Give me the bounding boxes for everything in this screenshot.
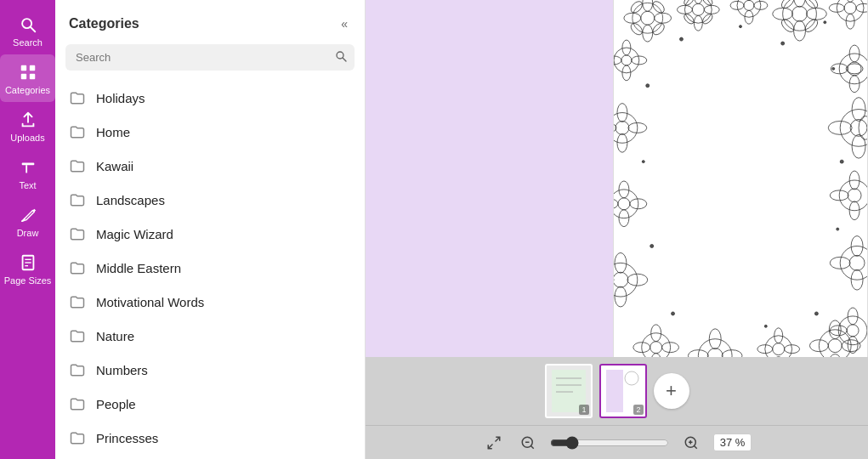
- svg-rect-3: [29, 65, 34, 71]
- svg-point-33: [683, 13, 695, 26]
- main-area: 1 2 +: [366, 0, 868, 459]
- draw-icon: [19, 206, 37, 224]
- left-sidebar: Search Categories Uploads Text Draw: [0, 0, 55, 459]
- category-label: Kawaii: [96, 159, 133, 173]
- folder-icon: [69, 89, 86, 106]
- category-item-landscapes[interactable]: Landscapes: [55, 183, 365, 217]
- category-item-kawaii[interactable]: Kawaii: [55, 149, 365, 183]
- svg-point-120: [618, 198, 630, 210]
- svg-rect-148: [606, 370, 623, 412]
- svg-point-108: [621, 55, 632, 65]
- svg-point-136: [764, 325, 767, 327]
- folder-icon: [69, 293, 86, 310]
- svg-point-14: [633, 3, 663, 33]
- thumbnail-page2-num: 2: [633, 405, 643, 415]
- page-icon: [19, 253, 37, 272]
- svg-line-151: [496, 437, 500, 441]
- sidebar-item-label: Categories: [5, 85, 50, 95]
- category-item-princesses[interactable]: Princesses: [55, 421, 365, 455]
- add-page-button[interactable]: +: [654, 373, 689, 409]
- category-item-home[interactable]: Home: [55, 115, 365, 149]
- svg-point-68: [839, 180, 867, 211]
- svg-point-137: [814, 312, 818, 315]
- sidebar-item-uploads[interactable]: Uploads: [0, 102, 55, 150]
- svg-point-138: [832, 67, 835, 70]
- folder-icon: [69, 225, 86, 242]
- zoom-out-button[interactable]: [516, 431, 540, 455]
- svg-point-35: [744, 0, 754, 10]
- sidebar-item-label: Page Sizes: [4, 275, 52, 286]
- svg-point-16: [643, 0, 653, 11]
- thumbnail-page1[interactable]: 1: [545, 364, 593, 418]
- svg-rect-6: [21, 163, 34, 166]
- svg-point-114: [616, 121, 629, 134]
- categories-panel: Categories « Holidays Home: [55, 0, 366, 459]
- fit-screen-button[interactable]: [482, 431, 506, 455]
- categories-list: Holidays Home Kawaii Landscapes Magic Wi: [55, 81, 365, 459]
- category-item-holidays[interactable]: Holidays: [55, 81, 365, 115]
- category-label: Nature: [96, 329, 134, 343]
- svg-point-79: [847, 325, 859, 337]
- svg-point-135: [672, 312, 675, 315]
- sidebar-item-text[interactable]: Text: [0, 150, 55, 197]
- sidebar-item-draw[interactable]: Draw: [0, 197, 55, 245]
- zoom-bar: 37 %: [366, 425, 868, 459]
- folder-icon: [69, 361, 86, 378]
- svg-point-50: [837, 0, 864, 21]
- svg-point-111: [614, 56, 621, 65]
- canvas-page: [366, 0, 868, 357]
- svg-line-157: [694, 445, 696, 448]
- sidebar-item-label: Search: [13, 37, 43, 48]
- svg-point-96: [773, 343, 785, 355]
- category-item-people[interactable]: People: [55, 387, 365, 421]
- category-item-numbers[interactable]: Numbers: [55, 353, 365, 387]
- svg-point-119: [614, 190, 638, 218]
- category-item-middle-eastern[interactable]: Middle Eastern: [55, 251, 365, 285]
- svg-point-15: [641, 11, 655, 25]
- svg-point-40: [783, 0, 817, 31]
- svg-point-73: [840, 246, 867, 280]
- svg-rect-4: [20, 74, 26, 79]
- category-label: Numbers: [96, 363, 148, 377]
- svg-point-90: [707, 348, 723, 357]
- search-box: [65, 44, 355, 71]
- sidebar-item-label: Draw: [17, 228, 39, 238]
- zoom-slider[interactable]: [550, 436, 669, 450]
- svg-point-26: [694, 0, 702, 3]
- collapse-button[interactable]: «: [338, 14, 351, 34]
- sidebar-item-page-sizes[interactable]: Page Sizes: [0, 245, 55, 292]
- svg-point-61: [846, 64, 863, 74]
- canvas-container[interactable]: [366, 0, 868, 357]
- category-item-motivational-words[interactable]: Motivational Words: [55, 285, 365, 319]
- svg-line-13: [343, 58, 346, 61]
- canvas-right-page: [613, 0, 868, 357]
- search-icon[interactable]: [334, 49, 348, 66]
- svg-point-95: [765, 336, 792, 357]
- svg-point-51: [844, 2, 856, 14]
- folder-icon: [69, 259, 86, 276]
- folder-icon: [69, 191, 86, 208]
- categories-header: Categories «: [55, 0, 365, 44]
- search-input[interactable]: [65, 44, 355, 71]
- svg-point-52: [846, 0, 854, 2]
- svg-point-143: [650, 244, 654, 247]
- category-label: Landscapes: [96, 193, 165, 207]
- flower-border-svg: [614, 0, 867, 357]
- category-item-nature[interactable]: Nature: [55, 319, 365, 353]
- category-label: Holidays: [96, 91, 145, 105]
- category-item-magic-wizard[interactable]: Magic Wizard: [55, 217, 365, 251]
- svg-point-134: [824, 21, 826, 24]
- svg-point-142: [642, 161, 644, 163]
- sidebar-item-categories[interactable]: Categories: [0, 54, 55, 102]
- zoom-in-icon: [684, 435, 699, 450]
- fit-icon: [486, 435, 502, 450]
- svg-point-123: [614, 199, 618, 209]
- svg-point-31: [701, 13, 714, 26]
- thumbnail-page2[interactable]: 2: [599, 364, 647, 418]
- sidebar-item-label: Uploads: [10, 133, 44, 143]
- zoom-in-button[interactable]: [679, 431, 703, 455]
- thumbnail-page1-num: 1: [579, 405, 588, 415]
- folder-icon: [69, 327, 86, 344]
- svg-rect-2: [20, 65, 26, 71]
- sidebar-item-search[interactable]: Search: [0, 7, 55, 54]
